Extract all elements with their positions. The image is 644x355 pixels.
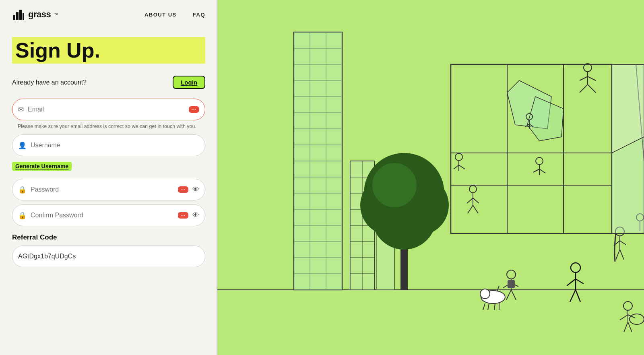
left-panel: grass™ ABOUT US FAQ Sign Up. Already hav…: [0, 0, 217, 355]
referral-label: Referral Code: [12, 233, 205, 241]
svg-rect-72: [508, 280, 515, 288]
faq-link[interactable]: FAQ: [193, 12, 205, 18]
confirm-password-group: 🔒 ··· 👁: [12, 204, 205, 226]
illustration: [217, 0, 644, 355]
password-input-wrapper: 🔒 ··· 👁: [12, 179, 205, 200]
password-input[interactable]: [31, 186, 174, 193]
confirm-badge: ···: [178, 212, 188, 219]
email-input-wrapper: ✉ ···: [12, 99, 205, 120]
form-area: Sign Up. Already have an account? Login …: [0, 29, 217, 287]
about-us-link[interactable]: ABOUT US: [144, 12, 177, 18]
referral-input-wrapper: [12, 246, 205, 267]
svg-rect-0: [13, 15, 15, 20]
username-input[interactable]: [31, 142, 199, 149]
password-visibility-toggle[interactable]: 👁: [192, 186, 199, 194]
password-group: 🔒 ··· 👁: [12, 179, 205, 200]
confirm-lock-icon: 🔒: [18, 211, 27, 220]
generate-username-button[interactable]: Generate Username: [12, 162, 72, 171]
logo-text: grass: [28, 9, 51, 20]
email-input[interactable]: [28, 106, 185, 113]
email-hint: Please make sure your email address is c…: [12, 123, 205, 130]
confirm-visibility-toggle[interactable]: 👁: [192, 211, 199, 219]
password-badge: ···: [178, 186, 188, 193]
email-icon: ✉: [18, 105, 24, 114]
email-group: ✉ ··· Please make sure your email addres…: [12, 99, 205, 130]
logo-trademark: ™: [54, 12, 58, 17]
navbar: grass™ ABOUT US FAQ: [0, 0, 217, 29]
username-group: 👤 Generate Username: [12, 134, 205, 175]
logo: grass™: [12, 8, 58, 21]
svg-point-74: [480, 289, 490, 299]
logo-icon: [12, 8, 25, 21]
confirm-password-input[interactable]: [31, 212, 174, 219]
referral-group: Referral Code: [12, 230, 205, 267]
login-button[interactable]: Login: [173, 76, 205, 89]
svg-marker-114: [612, 137, 644, 233]
right-panel: [217, 0, 644, 355]
referral-input[interactable]: [18, 253, 199, 260]
lock-icon: 🔒: [18, 186, 27, 194]
page-title: Sign Up.: [12, 37, 205, 64]
svg-rect-1: [16, 12, 19, 20]
svg-point-65: [372, 163, 417, 207]
confirm-password-input-wrapper: 🔒 ··· 👁: [12, 204, 205, 226]
svg-rect-2: [19, 10, 22, 20]
username-input-wrapper: 👤: [12, 134, 205, 156]
svg-rect-3: [23, 13, 24, 20]
user-icon: 👤: [18, 141, 27, 150]
email-badge: ···: [189, 106, 199, 113]
svg-rect-24: [294, 32, 342, 290]
account-text: Already have an account?: [12, 79, 87, 86]
account-row: Already have an account? Login: [12, 76, 205, 89]
